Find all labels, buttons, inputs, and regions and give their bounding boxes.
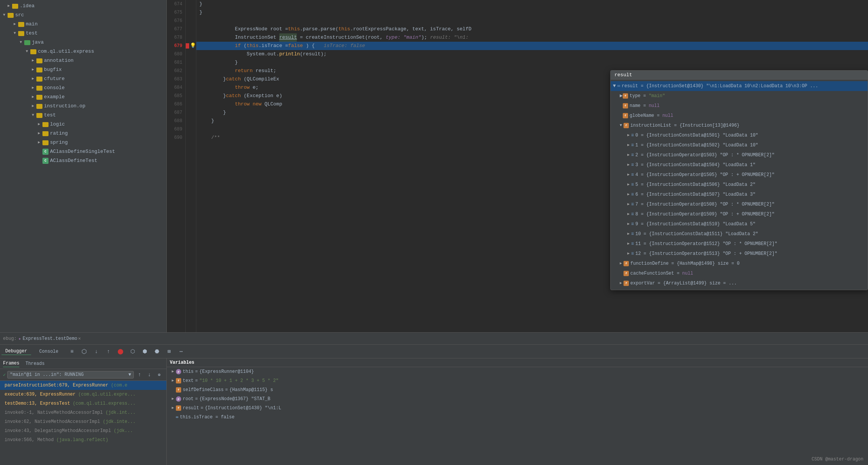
tooltip-item-11[interactable]: ▶ ≡ 11 = {InstructionOperator@1512} "OP … (611, 239, 868, 249)
sidebar-item-test-folder[interactable]: ▼ test (0, 111, 166, 120)
arrow-icon: ▼ (30, 113, 36, 118)
sidebar-item-src[interactable]: ▼ src (0, 11, 166, 20)
sidebar-label: test (26, 30, 38, 37)
toolbar-dots-btn[interactable]: ⋯ (176, 346, 186, 357)
sidebar-item-package[interactable]: ▼ com.ql.util.express (0, 47, 166, 56)
sidebar-item-class2[interactable]: ▶ C AClassDefineTest (0, 156, 166, 165)
breakpoint-line[interactable]: 💡 (186, 42, 196, 50)
sidebar-label: src (15, 11, 24, 19)
arrow-icon: ▶ (30, 104, 36, 109)
nav-up-btn[interactable]: ↑ (135, 371, 144, 379)
toolbar-down-btn[interactable]: ↓ (91, 346, 102, 357)
toolbar-table-btn[interactable]: ⊞ (164, 346, 174, 357)
toolbar-step3-btn[interactable]: ⬣ (152, 346, 162, 357)
sidebar-label: main (26, 20, 38, 28)
frame-item-2[interactable]: testDemo:13, ExpressTest (com.ql.util.ex… (0, 399, 166, 408)
expand-icon: ▼ (620, 121, 622, 130)
tooltip-functiondefine[interactable]: ▶ f functionDefine = {HashMap@1498} size… (611, 259, 868, 269)
collapse-icon: ▼ (613, 82, 616, 90)
sidebar-item-rating[interactable]: ▶ rating (0, 129, 166, 138)
folder-icon (36, 113, 42, 118)
tooltip-header: result (611, 71, 868, 80)
toolbar-up-btn[interactable]: ↑ (103, 346, 114, 357)
tooltip-item-3[interactable]: ▶ ≡ 3 = {InstructionConstData@1504} "Loa… (611, 160, 868, 170)
sidebar-item-console[interactable]: ▶ console (0, 83, 166, 93)
list-icon: ≡ (631, 210, 634, 218)
nav-down-btn[interactable]: ↓ (145, 371, 154, 379)
code-line-677: ExpressNode root = this .parse.parse( th… (196, 25, 868, 33)
tab-frames[interactable]: Frames (3, 360, 19, 367)
tooltip-instructionlist[interactable]: ▼ f instructionList = {Instruction[13]@1… (611, 121, 868, 130)
tab-debugger[interactable]: Debugger (2, 348, 31, 355)
frame-item-1[interactable]: execute:639, ExpressRunner (com.ql.util.… (0, 390, 166, 399)
tooltip-item-2[interactable]: ▶ ≡ 2 = {InstructionOperator@1503} "OP :… (611, 150, 868, 160)
tooltip-name[interactable]: ▶ f name = null (611, 101, 868, 111)
tooltip-item-6[interactable]: ▶ ≡ 6 = {InstructionConstData@1507} "Loa… (611, 190, 868, 200)
tooltip-exportvar[interactable]: ▶ f exportVar = {ArrayList@1499} size = … (611, 278, 868, 288)
tooltip-type[interactable]: ▶ f type = "main" (611, 91, 868, 101)
var-selfdefineclass[interactable]: ▶ f selfDefineClass = {HashMap@1115} s (167, 385, 868, 394)
frame-item-3[interactable]: invoke0:-1, NativeMethodAccessorImpl (jd… (0, 408, 166, 417)
sidebar-item-java[interactable]: ▼ java (0, 38, 166, 47)
tooltip-item-1[interactable]: ▶ ≡ 1 = {InstructionConstData@1502} "Loa… (611, 140, 868, 150)
frame-item-5[interactable]: invoke:43, DelegatingMethodAccessorImpl … (0, 426, 166, 435)
debug-tab-close[interactable]: ✕ (78, 336, 81, 341)
f-icon: f (176, 378, 181, 383)
tooltip-content: ▼ ∞ result = {InstructionSet@1430} "\n1:… (611, 80, 868, 290)
tooltip-item-5[interactable]: ▶ ≡ 5 = {InstructionConstData@1506} "Loa… (611, 180, 868, 190)
toolbar-list-btn[interactable]: ≡ (67, 346, 77, 357)
gutter: 💡 (186, 0, 196, 332)
var-text[interactable]: ▶ f text = "10 * 10 + 1 + 2 * 3 + 5 * 2" (167, 376, 868, 385)
tab-threads[interactable]: Threads (25, 360, 44, 367)
toolbar-resume-btn[interactable]: ⬤ (115, 346, 126, 357)
frame-item-6[interactable]: invoke:566, Method (java.lang.reflect) (0, 435, 166, 445)
var-result[interactable]: ▶ f result = {InstructionSet@1430} "\n1:… (167, 404, 868, 413)
folder-icon (36, 104, 42, 109)
arrow-placeholder: ▶ (36, 158, 42, 163)
toolbar-step2-btn[interactable]: ⬢ (139, 346, 150, 357)
debug-panel: ebug: ✦ ExpressTest.testDemo ✕ Debugger … (0, 332, 868, 465)
tooltip-item-10[interactable]: ▶ ≡ 10 = {InstructionConstData@1511} "Lo… (611, 229, 868, 239)
sidebar-item-example[interactable]: ▶ example (0, 93, 166, 102)
toolbar-frame-btn[interactable]: ⬡ (79, 346, 89, 357)
sidebar-item-test-root[interactable]: ▼ test (0, 29, 166, 38)
toolbar-step-btn[interactable]: ⬡ (127, 346, 138, 357)
frame-item-4[interactable]: invoke:62, NativeMethodAccessorImpl (jdk… (0, 417, 166, 426)
tooltip-cachefunctionset[interactable]: ▶ f cacheFunctionSet = null (611, 269, 868, 278)
sidebar-item-spring[interactable]: ▶ spring (0, 138, 166, 147)
sidebar-item-bugfix[interactable]: ▶ bugfix (0, 65, 166, 74)
tooltip-item-8[interactable]: ▶ ≡ 8 = {InstructionOperator@1509} "OP :… (611, 209, 868, 219)
tooltip-item-9[interactable]: ▶ ≡ 9 = {InstructionConstData@1510} "Loa… (611, 219, 868, 229)
sidebar-label: annotation (44, 57, 74, 64)
sidebar-item-cfuture[interactable]: ▶ cfuture (0, 74, 166, 83)
tooltip-globename[interactable]: ▶ f globeName = null (611, 111, 868, 121)
sidebar-item-main[interactable]: ▶ main (0, 20, 166, 29)
tooltip-item-4[interactable]: ▶ ≡ 4 = {InstructionOperator@1505} "OP :… (611, 170, 868, 180)
class-icon: C (42, 158, 49, 164)
filter-btn[interactable]: ⊕ (155, 371, 163, 379)
lightbulb-icon: 💡 (190, 42, 196, 50)
sidebar-item-annotation[interactable]: ▶ annotation (0, 56, 166, 65)
thread-dropdown[interactable]: "main"@1 in ...in": RUNNING ▼ (7, 371, 134, 379)
folder-icon (42, 122, 49, 127)
var-this[interactable]: ▶ p this = {ExpressRunner@1104} (167, 367, 868, 376)
sidebar-item-instruction[interactable]: ▶ instruction.op (0, 102, 166, 111)
tooltip-item-0[interactable]: ▶ ≡ 0 = {InstructionConstData@1501} "Loa… (611, 130, 868, 140)
sidebar-item-class1[interactable]: ▶ C AClassDefineSingleTest (0, 147, 166, 156)
frame-item-0[interactable]: parseInstructionSet:679, ExpressRunner (… (0, 381, 166, 390)
p-icon: p (176, 369, 181, 374)
sidebar-item-logic[interactable]: ▶ logic (0, 120, 166, 129)
p-icon: p (176, 396, 181, 402)
var-root[interactable]: ▶ p root = {ExpressNode@1367} "STAT_B (167, 394, 868, 404)
folder-icon (8, 13, 14, 18)
sidebar-label: spring (50, 139, 68, 146)
sidebar-item-idea[interactable]: ▶ .idea (0, 2, 166, 11)
infinity-icon: ∞ (617, 82, 620, 90)
tooltip-item-12[interactable]: ▶ ≡ 12 = {InstructionOperator@1513} "OP … (611, 249, 868, 259)
var-istrace[interactable]: ▶ ∞ this.isTrace = false (167, 413, 868, 422)
tooltip-item-7[interactable]: ▶ ≡ 7 = {InstructionOperator@1508} "OP :… (611, 200, 868, 209)
tab-console[interactable]: Console (36, 348, 62, 355)
folder-icon (18, 22, 24, 27)
arrow-icon: ▼ (2, 13, 7, 18)
tooltip-item-root[interactable]: ▼ ∞ result = {InstructionSet@1430} "\n1:… (611, 81, 868, 91)
